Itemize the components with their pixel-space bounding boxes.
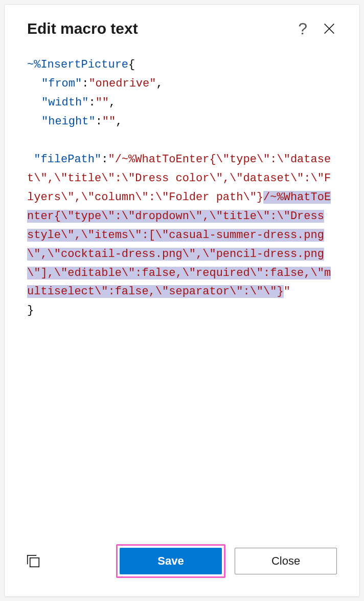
code-token: } [27, 304, 34, 317]
code-token: , [156, 77, 163, 90]
code-token: : [88, 96, 95, 109]
code-token: , [116, 115, 122, 128]
code-token: "width" [41, 96, 88, 109]
header-icons: ? [298, 20, 337, 37]
svg-rect-2 [30, 558, 39, 567]
code-token: "height" [41, 115, 96, 128]
code-token: "" [102, 115, 116, 128]
code-token: ~%InsertPicture [27, 58, 128, 71]
close-button[interactable]: Close [235, 548, 337, 574]
save-button[interactable]: Save [120, 548, 222, 574]
code-selected-text: /~%WhatToEnter{\"type\":\"dropdown\",\"t… [27, 191, 331, 298]
copy-icon[interactable] [25, 553, 41, 569]
dialog-title: Edit macro text [27, 20, 138, 37]
code-token: "onedrive" [88, 77, 156, 90]
code-token: " [284, 285, 290, 298]
help-icon[interactable]: ? [298, 20, 307, 37]
code-token: "from" [41, 77, 82, 90]
edit-macro-dialog: Edit macro text ? ~%InsertPicture{ "from… [4, 4, 360, 597]
code-token: : [96, 115, 102, 128]
code-token: { [128, 58, 135, 71]
code-token: : [82, 77, 88, 90]
code-token: "" [96, 96, 109, 109]
macro-code-editor[interactable]: ~%InsertPicture{ "from":"onedrive", "wid… [27, 54, 337, 534]
code-token: , [109, 96, 116, 109]
footer-buttons: Save Close [116, 544, 337, 578]
code-token: "filePath" [34, 153, 101, 166]
dialog-header: Edit macro text ? [27, 20, 337, 37]
code-token: : [101, 153, 108, 166]
dialog-footer: Save Close [27, 534, 337, 578]
close-icon[interactable] [322, 21, 337, 36]
save-button-highlight: Save [116, 544, 225, 578]
